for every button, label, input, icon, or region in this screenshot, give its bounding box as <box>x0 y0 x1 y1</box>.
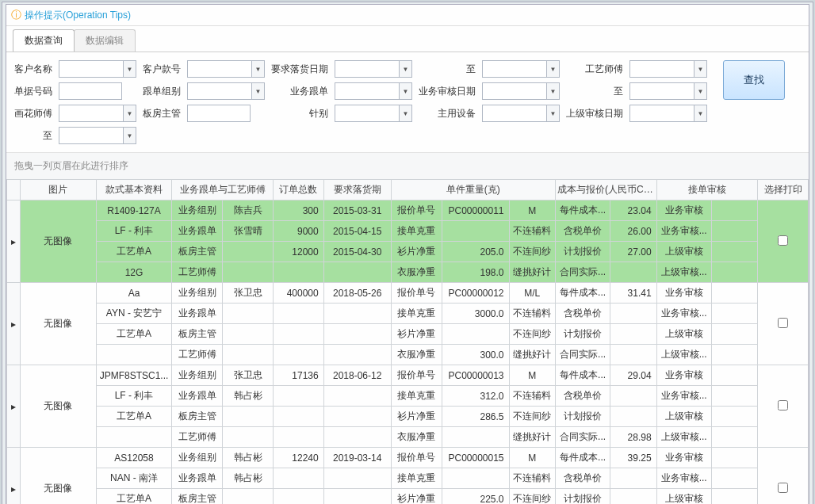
chevron-down-icon[interactable]: ▼ <box>546 83 559 99</box>
cell-a2 <box>711 200 757 221</box>
chevron-down-icon[interactable]: ▼ <box>123 128 136 143</box>
table-row[interactable]: NAN - 南洋业务跟单韩占彬接单克重不连辅料含税单价业务审核... <box>7 468 809 489</box>
table-row[interactable]: 工艺单A板房主管120002015-04-30衫片净重205.0不连间纱计划报价… <box>7 242 809 262</box>
table-row[interactable]: ▸无图像Aa业务组别张卫忠4000002018-05-26报价单号PC00000… <box>7 283 809 304</box>
filter-text[interactable] <box>187 105 251 122</box>
cell-u1: 接单克重 <box>391 304 442 324</box>
filter-input[interactable] <box>483 105 546 121</box>
expand-toggle[interactable]: ▸ <box>7 448 21 505</box>
cell-b2 <box>223 407 274 427</box>
filter-combo[interactable]: ▼ <box>59 60 136 78</box>
filter-input[interactable] <box>335 105 399 121</box>
table-row[interactable]: 工艺单A板房主管衫片净重不连间纱计划报价上级审核 <box>7 324 809 345</box>
chevron-down-icon[interactable]: ▼ <box>399 61 411 77</box>
filter-combo[interactable]: ▼ <box>187 60 265 78</box>
chevron-down-icon[interactable]: ▼ <box>251 61 264 77</box>
filter-combo[interactable]: ▼ <box>482 60 560 78</box>
filter-combo[interactable]: ▼ <box>629 105 707 122</box>
filter-combo[interactable]: ▼ <box>335 105 412 122</box>
cell-qty <box>273 304 323 324</box>
col-header[interactable]: 订单总数 <box>273 180 323 200</box>
cell-qty: 300 <box>273 200 323 221</box>
cell-c1: 每件成本... <box>556 283 610 304</box>
print-checkbox[interactable] <box>778 400 788 410</box>
filter-combo[interactable]: ▼ <box>187 82 265 100</box>
chevron-down-icon[interactable]: ▼ <box>694 83 706 99</box>
chevron-down-icon[interactable]: ▼ <box>399 105 411 121</box>
filter-input[interactable] <box>59 61 123 77</box>
filter-input[interactable] <box>59 128 123 143</box>
chevron-down-icon[interactable]: ▼ <box>123 61 136 77</box>
filter-input[interactable] <box>188 83 251 99</box>
table-row[interactable]: ▸无图像JPMF8STSC1...业务组别张卫忠171362018-06-12报… <box>7 365 809 386</box>
filter-input[interactable] <box>630 83 694 99</box>
chevron-down-icon[interactable]: ▼ <box>399 83 411 99</box>
col-header[interactable]: 接单审核 <box>656 180 758 200</box>
col-header[interactable]: 款式基本资料 <box>96 180 172 200</box>
filter-input[interactable] <box>188 61 251 77</box>
col-header[interactable]: 选择打印 <box>758 180 809 200</box>
print-checkbox[interactable] <box>778 318 788 328</box>
expand-toggle[interactable]: ▸ <box>7 365 21 448</box>
col-header[interactable]: 图片 <box>21 180 97 200</box>
cell-a2 <box>711 345 757 365</box>
cell-a2 <box>711 468 757 489</box>
chevron-down-icon[interactable]: ▼ <box>694 61 706 77</box>
filter-grid: 客户名称▼客户款号▼要求落货日期▼至▼工艺师傅▼单据号码跟单组别▼业务跟单▼业务… <box>14 60 707 144</box>
table-row[interactable]: LF - 利丰业务跟单张雪晴90002015-04-15接单克重不连辅料含税单价… <box>7 221 809 242</box>
table-row[interactable]: 工艺师傅衣服净重缝挑好计合同实际...28.98上级审核... <box>7 427 809 448</box>
col-header[interactable]: 业务跟单与工艺师傅 <box>172 180 274 200</box>
table-row[interactable]: LF - 利丰业务跟单韩占彬接单克重312.0不连辅料含税单价业务审核... <box>7 386 809 407</box>
col-header[interactable]: 成本与报价(人民币CNY) <box>556 180 657 200</box>
cell-u3: 缝挑好计 <box>509 262 555 283</box>
cell-b2: 张卫忠 <box>223 365 274 386</box>
table-row[interactable]: 工艺单A板房主管衫片净重225.0不连间纱计划报价上级审核 <box>7 489 809 505</box>
cell-c2 <box>610 489 656 505</box>
filter-combo[interactable]: ▼ <box>335 60 412 78</box>
filter-combo[interactable]: ▼ <box>482 82 560 100</box>
expand-toggle[interactable]: ▸ <box>7 200 21 283</box>
col-header[interactable]: 单件重量(克) <box>391 180 555 200</box>
print-checkbox[interactable] <box>778 235 788 246</box>
cell-a1: 业务审核 <box>656 448 711 468</box>
cell-date <box>323 407 391 427</box>
filter-combo[interactable]: ▼ <box>629 82 707 100</box>
table-row[interactable]: ▸无图像AS12058业务组别韩占彬122402019-03-14报价单号PC0… <box>7 448 809 468</box>
cell-b1: 业务跟单 <box>172 221 223 242</box>
filter-input[interactable] <box>335 83 399 99</box>
filter-combo[interactable]: ▼ <box>59 105 136 122</box>
operation-tips-bar[interactable]: ⓘ 操作提示(Operation Tips) <box>6 5 809 26</box>
filter-combo[interactable]: ▼ <box>335 82 412 100</box>
chevron-down-icon[interactable]: ▼ <box>694 105 706 121</box>
filter-text[interactable] <box>59 82 122 100</box>
filter-input[interactable] <box>483 83 546 99</box>
filter-label: 业务跟单 <box>271 85 328 98</box>
filter-input[interactable] <box>630 61 694 77</box>
cell-b1: 工艺师傅 <box>172 427 223 448</box>
filter-input[interactable] <box>59 105 123 121</box>
tab-1[interactable]: 数据编辑 <box>74 29 136 52</box>
col-header[interactable] <box>7 180 21 200</box>
print-checkbox[interactable] <box>778 483 788 493</box>
chevron-down-icon[interactable]: ▼ <box>546 105 559 121</box>
filter-input[interactable] <box>630 105 694 121</box>
chevron-down-icon[interactable]: ▼ <box>546 61 559 77</box>
chevron-down-icon[interactable]: ▼ <box>251 83 264 99</box>
table-row[interactable]: 12G工艺师傅衣服净重198.0缝挑好计合同实际...上级审核... <box>7 262 809 283</box>
filter-combo[interactable]: ▼ <box>629 60 707 78</box>
group-by-hint[interactable]: 拖曳一列页眉在此进行排序 <box>6 152 809 179</box>
chevron-down-icon[interactable]: ▼ <box>123 105 136 121</box>
cell-b1: 板房主管 <box>172 489 223 505</box>
table-row[interactable]: ▸无图像R1409-127A业务组别陈吉兵3002015-03-31报价单号PC… <box>7 200 809 221</box>
table-row[interactable]: 工艺师傅衣服净重300.0缝挑好计合同实际...上级审核... <box>7 345 809 365</box>
filter-combo[interactable]: ▼ <box>482 105 560 122</box>
tab-0[interactable]: 数据查询 <box>13 29 75 52</box>
table-row[interactable]: 工艺单A板房主管衫片净重286.5不连间纱计划报价上级审核 <box>7 407 809 427</box>
filter-combo[interactable]: ▼ <box>59 127 136 144</box>
expand-toggle[interactable]: ▸ <box>7 283 21 365</box>
col-header[interactable]: 要求落货期 <box>323 180 391 200</box>
search-button[interactable]: 查找 <box>723 60 785 100</box>
filter-input[interactable] <box>335 61 399 77</box>
table-row[interactable]: AYN - 安艺宁业务跟单接单克重3000.0不连辅料含税单价业务审核... <box>7 304 809 324</box>
filter-input[interactable] <box>483 61 546 77</box>
